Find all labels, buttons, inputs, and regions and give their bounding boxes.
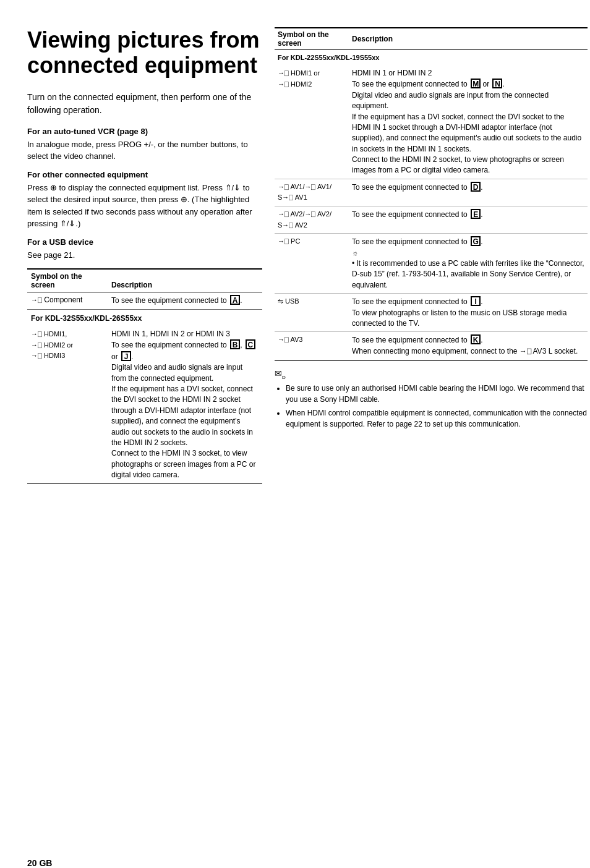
right-symbol-table: Symbol on thescreen Description For KDL-… <box>275 27 588 361</box>
letter-c: C <box>246 339 255 349</box>
desc-av2: To see the equipment connected to E. <box>349 206 588 234</box>
table-row-av1: →⎕ AV1/→⎕ AV1/ S→⎕ AV1 To see the equipm… <box>275 179 588 206</box>
letter-j: J <box>121 351 131 361</box>
table-row-hdmi-32: →⎕ HDMI1, →⎕ HDMI2 or →⎕ HDMI3 HDMI IN 1… <box>27 326 262 483</box>
letter-k: K <box>471 334 481 344</box>
right-col2-header: Description <box>349 28 588 50</box>
table-row-av2: →⎕ AV2/→⎕ AV2/ S→⎕ AV2 To see the equipm… <box>275 206 588 234</box>
left-col1-header: Symbol on thescreen <box>27 269 108 292</box>
page-number: 20 GB <box>27 858 52 868</box>
section-kdl32-row: For KDL-32S55xx/KDL-26S55xx <box>27 309 262 326</box>
left-col2-header: Description <box>108 269 262 292</box>
table-row-usb: ⇋ USB To see the equipment connected to … <box>275 294 588 332</box>
note-icon: ✉D <box>275 368 588 380</box>
notes-list: Be sure to use only an authorised HDMI c… <box>286 383 588 430</box>
notes-section: ✉D Be sure to use only an authorised HDM… <box>275 368 588 430</box>
right-col1-header: Symbol on thescreen <box>275 28 349 50</box>
desc-av3: To see the equipment connected to K. Whe… <box>349 332 588 361</box>
letter-g: G <box>471 236 481 246</box>
bottom-border-row <box>27 483 262 485</box>
table-row-hdmi-22: →⎕ HDMI1 or →⎕ HDMI2 HDMI IN 1 or HDMI I… <box>275 66 588 179</box>
letter-m: M <box>471 79 481 88</box>
letter-n: N <box>492 79 502 88</box>
usb-heading: For a USB device <box>27 237 262 247</box>
desc-component: To see the equipment connected to A. <box>108 292 262 309</box>
symbol-av3: →⎕ AV3 <box>275 332 349 361</box>
letter-d: D <box>471 182 481 192</box>
symbol-pc: →⎕ PC <box>275 234 349 294</box>
letter-e: E <box>471 209 481 219</box>
vcr-section: For an auto-tuned VCR (page 8) In analog… <box>27 127 262 163</box>
desc-usb: To see the equipment connected to I. To … <box>349 294 588 332</box>
vcr-heading: For an auto-tuned VCR (page 8) <box>27 127 262 136</box>
kdl22-section-label: For KDL-22S55xx/KDL-19S55xx <box>275 50 588 66</box>
letter-a: A <box>230 295 240 305</box>
symbol-component: →⎕ Component <box>27 292 108 309</box>
table-row-pc: →⎕ PC To see the equipment connected to … <box>275 234 588 294</box>
desc-hdmi-32: HDMI IN 1, HDMI IN 2 or HDMI IN 3 To see… <box>108 326 262 483</box>
page-title: Viewing pictures from connected equipmen… <box>27 27 262 79</box>
kdl32-section-label: For KDL-32S55xx/KDL-26S55xx <box>27 309 262 326</box>
kdl22-section-row: For KDL-22S55xx/KDL-19S55xx <box>275 50 588 66</box>
letter-i: I <box>471 296 481 306</box>
symbol-hdmi-32: →⎕ HDMI1, →⎕ HDMI2 or →⎕ HDMI3 <box>27 326 108 483</box>
other-equipment-section: For other connected equipment Press ⊕ to… <box>27 170 262 230</box>
desc-av1: To see the equipment connected to D. <box>349 179 588 206</box>
other-equipment-text: Press ⊕ to display the connected equipme… <box>27 182 262 230</box>
table-row: →⎕ Component To see the equipment connec… <box>27 292 262 309</box>
usb-section: For a USB device See page 21. <box>27 237 262 262</box>
desc-pc: To see the equipment connected to G. ☼ •… <box>349 234 588 294</box>
symbol-usb: ⇋ USB <box>275 294 349 332</box>
note-item-1: Be sure to use only an authorised HDMI c… <box>286 383 588 405</box>
intro-text: Turn on the connected equipment, then pe… <box>27 91 262 117</box>
vcr-text: In analogue mode, press PROG +/-, or the… <box>27 138 262 163</box>
other-equipment-heading: For other connected equipment <box>27 170 262 179</box>
symbol-av1: →⎕ AV1/→⎕ AV1/ S→⎕ AV1 <box>275 179 349 206</box>
note-item-2: When HDMI control compatible equipment i… <box>286 407 588 430</box>
left-column: Viewing pictures from connected equipmen… <box>27 27 262 485</box>
table-row-av3: →⎕ AV3 To see the equipment connected to… <box>275 332 588 361</box>
letter-b: B <box>230 339 240 349</box>
desc-hdmi-22: HDMI IN 1 or HDMI IN 2 To see the equipm… <box>349 66 588 179</box>
right-column: Symbol on thescreen Description For KDL-… <box>275 27 588 485</box>
left-symbol-table: Symbol on thescreen Description →⎕ Compo… <box>27 268 262 485</box>
symbol-av2: →⎕ AV2/→⎕ AV2/ S→⎕ AV2 <box>275 206 349 234</box>
usb-text: See page 21. <box>27 249 262 262</box>
symbol-hdmi-22: →⎕ HDMI1 or →⎕ HDMI2 <box>275 66 349 179</box>
